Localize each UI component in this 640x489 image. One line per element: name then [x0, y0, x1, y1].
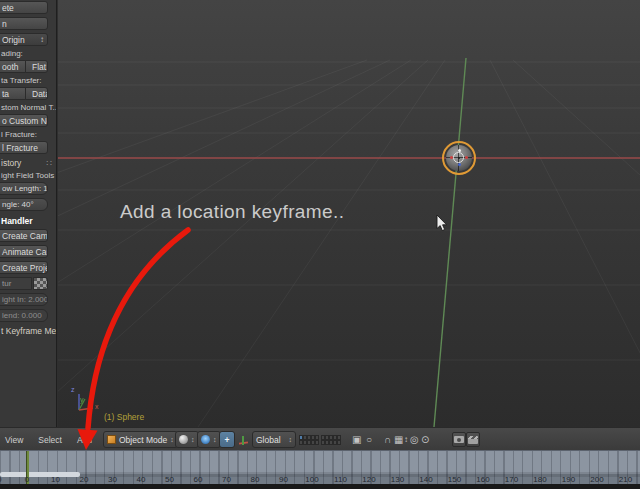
- object-mode-cube-icon: [107, 435, 116, 444]
- panel-header[interactable]: t Keyframe Me∷: [1, 326, 52, 336]
- toolshelf-button[interactable]: Create Projec...: [0, 261, 48, 274]
- toolshelf-button[interactable]: ete: [0, 1, 48, 14]
- frame-label: 50: [165, 475, 174, 484]
- toolshelf-label: l Fracture:: [1, 130, 56, 139]
- toolshelf-slider[interactable]: ngle: 40°: [0, 198, 48, 211]
- object-info-text: (1) Sphere: [104, 412, 144, 422]
- layer-grid-left[interactable]: [299, 435, 319, 445]
- panel-dots-icon: ∷: [56, 326, 57, 336]
- frame-label: 130: [391, 475, 404, 484]
- frame-label: 70: [222, 475, 231, 484]
- mode-label: Object Mode: [119, 435, 167, 445]
- layer-cell[interactable]: [315, 440, 319, 445]
- chevron-updown-icon: ↕: [40, 34, 44, 45]
- frame-label: 80: [251, 475, 260, 484]
- panel-dots-icon: ∷: [47, 158, 52, 168]
- toolshelf-button[interactable]: Animate Cam...: [0, 245, 48, 258]
- proportional-edit-circle-icon[interactable]: ○: [366, 433, 372, 446]
- snap-target-icon[interactable]: ◎: [410, 433, 419, 446]
- snap-element-grid-icon[interactable]: ▦: [394, 433, 403, 446]
- frame-label: 40: [137, 475, 146, 484]
- translate-manipulator-icon: +: [225, 435, 230, 445]
- toolshelf-button-pair: oothFlat: [0, 60, 48, 73]
- manipulator-z-dot: [458, 149, 461, 152]
- tutorial-annotation-text: Add a location keyframe..: [120, 201, 344, 223]
- texture-checker-icon[interactable]: [33, 277, 48, 290]
- frame-label: 60: [194, 475, 203, 484]
- timeline-bottom-strip: [0, 484, 640, 489]
- y-axis-line: [434, 58, 466, 427]
- menu-select[interactable]: Select: [38, 435, 62, 445]
- frame-label: 110: [334, 475, 347, 484]
- transform-orientation-dropdown[interactable]: Global ↕: [252, 431, 296, 448]
- chevron-updown-icon: ↕: [191, 436, 195, 443]
- toolshelf-slider[interactable]: ow Length: 1: [0, 182, 48, 195]
- layer-cell[interactable]: [337, 440, 341, 445]
- toolshelf-label: stom Normal T...: [1, 103, 56, 112]
- toolshelf-button[interactable]: ta: [0, 87, 25, 100]
- viewport-shading-dropdown[interactable]: ↕: [175, 431, 199, 448]
- translate-manipulator-toggle[interactable]: +: [219, 431, 235, 448]
- pivot-point-dropdown[interactable]: ↕: [197, 431, 221, 448]
- frame-label: 10: [51, 475, 60, 484]
- toolshelf-button[interactable]: Data La: [25, 87, 48, 100]
- orientation-label: Global: [256, 435, 281, 445]
- panel-header[interactable]: istory∷: [1, 158, 52, 168]
- frame-label: 20: [80, 475, 89, 484]
- manipulator-x-dot: [465, 156, 468, 159]
- mode-dropdown[interactable]: Object Mode ↕: [103, 431, 178, 448]
- frame-label: 210: [619, 475, 632, 484]
- frame-label: 150: [448, 475, 461, 484]
- viewport-shading-sphere-icon: [179, 435, 188, 444]
- gizmo-x-label: x: [95, 403, 99, 410]
- opengl-render-still-button[interactable]: [452, 432, 466, 447]
- screen-icon[interactable]: ▣: [352, 433, 361, 446]
- sphere-object-selected[interactable]: [442, 141, 476, 175]
- toolshelf-slider[interactable]: lend: 0.000: [0, 309, 48, 322]
- opengl-render-anim-clapper-icon: [468, 436, 478, 444]
- toolshelf-label: ading:: [1, 49, 56, 58]
- toolshelf-button[interactable]: Flat: [25, 60, 48, 73]
- menu-view[interactable]: View: [5, 435, 23, 445]
- opengl-render-anim-button[interactable]: [466, 432, 480, 447]
- blender-window: etenOrigin↕ading:oothFlatta Transfer:taD…: [0, 0, 640, 489]
- manipulate-center-points-icon[interactable]: ⊙: [421, 433, 429, 446]
- gizmo-y-label: y: [80, 396, 84, 403]
- timeline-scrollbar-thumb[interactable]: [0, 472, 80, 477]
- gizmo-z-label: z: [71, 386, 75, 393]
- frame-label: 120: [362, 475, 375, 484]
- manipulator-x-dot: [450, 156, 453, 159]
- manipulator-y-dot: [458, 163, 461, 166]
- layer-grid-right[interactable]: [321, 435, 341, 445]
- frame-label: 0: [25, 475, 29, 484]
- toolshelf-button[interactable]: o Custom Nor...: [0, 114, 48, 127]
- frame-label: 100: [305, 475, 318, 484]
- toolshelf-button[interactable]: l Fracture: [0, 141, 48, 154]
- chevron-updown-icon: ↕: [170, 436, 174, 443]
- frame-label: 170: [505, 475, 518, 484]
- frame-label: 200: [590, 475, 603, 484]
- snap-magnet-icon[interactable]: ∩: [384, 433, 391, 446]
- toolshelf-button-pair: taData La: [0, 87, 48, 100]
- toolshelf-slider[interactable]: ight In: 2.000: [0, 293, 48, 306]
- toolshelf-label: ight Field Tools: [1, 171, 56, 180]
- frame-label: 190: [562, 475, 575, 484]
- timeline-ruler[interactable]: 0 01020304050607080901001101201301401501…: [0, 450, 640, 484]
- toolshelf-select[interactable]: Origin↕: [0, 33, 48, 46]
- pivot-point-icon: [201, 435, 210, 444]
- mouse-cursor: [436, 215, 450, 233]
- toolshelf-button[interactable]: n: [0, 17, 48, 30]
- chevron-updown-icon[interactable]: ↕: [404, 433, 408, 446]
- frame-label: 90: [279, 475, 288, 484]
- menu-add[interactable]: Add: [77, 435, 92, 445]
- viewport-3d[interactable]: z y x Add a location keyframe.. (1) Sphe…: [58, 0, 640, 427]
- toolshelf-button[interactable]: Create Camera: [0, 229, 48, 242]
- frame-label: 30: [108, 475, 117, 484]
- tool-shelf: etenOrigin↕ading:oothFlatta Transfer:taD…: [0, 0, 57, 427]
- frame-label: 140: [419, 475, 432, 484]
- toolshelf-label: ta Transfer:: [1, 76, 56, 85]
- texture-field[interactable]: tur: [0, 277, 32, 290]
- opengl-render-still-camera-icon: [454, 436, 464, 443]
- toolshelf-button[interactable]: ooth: [0, 60, 25, 73]
- frame-label: 160: [476, 475, 489, 484]
